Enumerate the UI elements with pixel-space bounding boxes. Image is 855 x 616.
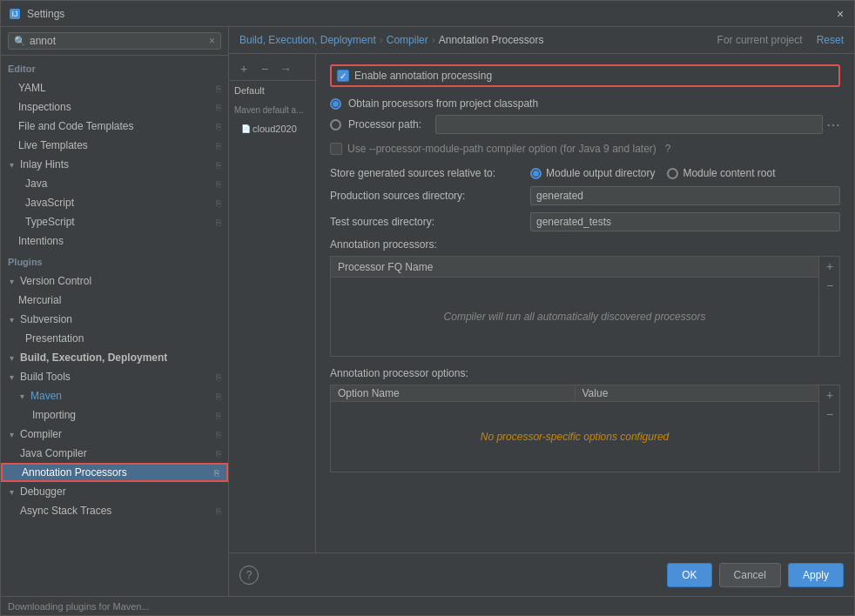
sidebar-item-inlay-hints[interactable]: ▾ Inlay Hints ⎘ [1,155,228,174]
reset-button[interactable]: Reset [817,34,844,46]
editor-section-label: Editor [8,64,36,74]
sidebar-item-importing[interactable]: Importing ⎘ [1,405,228,425]
search-input[interactable] [30,35,205,47]
store-sources-options: Module output directory Module content r… [530,167,775,179]
copy-icon: ⎘ [216,411,221,420]
remove-profile-button[interactable]: − [255,59,274,78]
copy-icon: ⎘ [216,198,221,208]
sidebar-item-inspections[interactable]: Inspections ⎘ [1,97,228,117]
main-content: 🔍 × Editor YAML ⎘ Inspections ⎘ [1,27,854,596]
enable-annotation-row: Enable annotation processing [330,64,840,87]
processor-path-field-wrap: ⋯ [435,115,840,134]
obtain-processors-row: Obtain processors from project classpath [330,97,840,110]
sidebar-item-mercurial[interactable]: Mercurial [1,291,228,310]
enable-checkbox[interactable] [337,70,349,82]
cancel-button[interactable]: Cancel [719,563,781,587]
sidebar-item-file-code-templates[interactable]: File and Code Templates ⎘ [1,117,228,136]
main-panel: Build, Execution, Deployment › Compiler … [229,27,854,596]
processor-path-label: Processor path: [348,118,421,131]
copy-icon: ⎘ [216,141,221,151]
copy-profile-button[interactable]: → [276,59,295,78]
sidebar-item-presentation[interactable]: Presentation [1,329,228,348]
sidebar-item-live-templates[interactable]: Live Templates ⎘ [1,136,228,155]
profile-cloud2020[interactable]: 📄 cloud2020 [229,119,315,138]
help-button[interactable]: ? [239,566,259,585]
app-icon: IJ [8,7,22,21]
module-output-option[interactable]: Module output directory [530,167,655,179]
processor-path-radio[interactable] [330,119,341,131]
sidebar-section-build-exec[interactable]: ▾ Build, Execution, Deployment [1,348,228,367]
use-module-checkbox[interactable] [330,143,342,155]
sidebar: 🔍 × Editor YAML ⎘ Inspections ⎘ [1,27,229,596]
test-sources-row: Test sources directory: [330,212,840,231]
store-sources-label: Store generated sources relative to: [330,167,530,179]
copy-icon: ⎘ [216,506,221,516]
copy-icon: ⎘ [216,84,221,93]
sidebar-item-java-compiler[interactable]: Java Compiler ⎘ [1,444,228,463]
add-option-button[interactable]: + [819,385,840,405]
module-content-radio[interactable] [667,168,678,179]
expand-arrow: ▾ [10,160,20,170]
module-content-label: Module content root [683,167,775,179]
profile-tree: + − → Default Maven default a... 📄 cloud… [229,54,316,552]
sidebar-item-java[interactable]: Java ⎘ [1,174,228,193]
copy-icon: ⎘ [216,449,221,459]
for-current-project: For current project [717,34,803,46]
svn-arrow: ▾ [10,315,20,325]
add-processor-button[interactable]: + [819,257,840,276]
profile-default[interactable]: Default [229,81,315,100]
search-bar: 🔍 × [1,27,228,56]
clear-search-button[interactable]: × [209,35,215,47]
copy-icon: ⎘ [216,122,221,131]
test-sources-input[interactable] [530,212,840,231]
build-arrow: ▾ [10,353,20,363]
value-header: Value [576,385,819,401]
annotation-options-table: Option Name Value No processor-specific … [330,385,840,472]
remove-option-button[interactable]: − [819,405,840,424]
sidebar-item-intentions[interactable]: Intentions [1,231,228,251]
sidebar-item-debugger[interactable]: ▾ Debugger [1,482,228,501]
sidebar-item-maven[interactable]: ▾ Maven ⎘ [1,386,228,405]
browse-button[interactable]: ⋯ [826,117,840,133]
production-sources-input[interactable] [530,186,840,205]
breadcrumb-compiler[interactable]: Compiler [387,34,428,46]
sidebar-item-build-tools[interactable]: ▾ Build Tools ⎘ [1,367,228,386]
settings-form: Enable annotation processing Obtain proc… [316,54,854,552]
module-output-radio[interactable] [530,168,542,179]
profile-maven-default[interactable]: Maven default a... [229,100,315,119]
enable-label: Enable annotation processing [354,70,492,82]
option-name-header: Option Name [331,385,576,401]
ok-button[interactable]: OK [667,563,711,587]
store-sources-row: Store generated sources relative to: Mod… [330,167,840,179]
copy-icon: ⎘ [216,430,221,439]
processor-path-input[interactable] [435,115,823,134]
enable-checkbox-wrap: Enable annotation processing [337,70,492,82]
module-content-option[interactable]: Module content root [667,167,775,179]
search-icon: 🔍 [14,36,26,47]
breadcrumb-build[interactable]: Build, Execution, Deployment [239,34,376,46]
remove-processor-button[interactable]: − [819,276,840,295]
breadcrumb: Build, Execution, Deployment › Compiler … [229,27,854,54]
close-button[interactable]: × [833,7,847,21]
module-output-label: Module output directory [546,167,655,179]
sidebar-item-javascript[interactable]: JavaScript ⎘ [1,193,228,212]
sidebar-item-yaml[interactable]: YAML ⎘ [1,78,228,97]
processor-path-row: Processor path: ⋯ [330,115,840,134]
sidebar-section-editor: Editor [1,59,228,78]
sidebar-item-async-stack-traces[interactable]: Async Stack Traces ⎘ [1,501,228,520]
copy-icon: ⎘ [214,468,219,478]
copy-icon: ⎘ [216,179,221,189]
use-module-row: Use --processor-module-path compiler opt… [330,143,840,155]
bottom-bar: ? OK Cancel Apply [229,552,854,596]
sidebar-item-typescript[interactable]: TypeScript ⎘ [1,212,228,231]
apply-button[interactable]: Apply [788,563,844,587]
sidebar-item-annotation-processors[interactable]: Annotation Processors ⎘ [1,463,228,482]
sidebar-item-subversion[interactable]: ▾ Subversion [1,310,228,329]
sidebar-section-version-control[interactable]: ▾ Version Control [1,271,228,291]
settings-body: + − → Default Maven default a... 📄 cloud… [229,54,854,552]
add-profile-button[interactable]: + [234,59,253,78]
maven-arrow: ▾ [20,392,30,401]
sidebar-item-compiler[interactable]: ▾ Compiler ⎘ [1,425,228,444]
test-sources-label: Test sources directory: [330,216,530,228]
obtain-classpath-radio[interactable] [330,98,341,110]
